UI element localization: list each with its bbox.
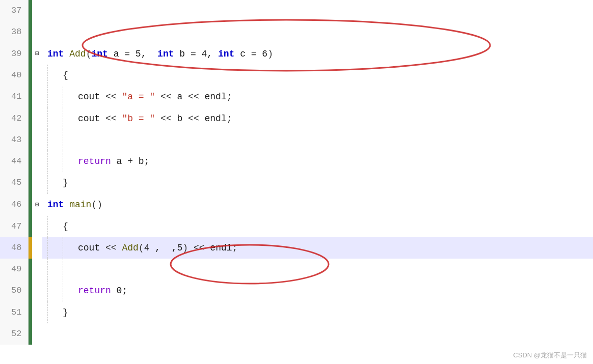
- indent-guide: [63, 151, 78, 172]
- code-token: }: [63, 307, 68, 318]
- code-token: <<: [105, 243, 117, 253]
- indent-guide: [47, 87, 63, 108]
- table-row: 48cout << Add(4 , ,5) << endl;: [0, 237, 593, 259]
- code-line: [42, 323, 593, 345]
- code-token: ,: [141, 49, 157, 59]
- code-line: {: [42, 65, 593, 86]
- collapse-icon[interactable]: ⊟: [35, 50, 39, 58]
- line-number: 41: [0, 86, 28, 107]
- code-token: "b = ": [122, 114, 155, 124]
- line-number: 39: [0, 43, 28, 65]
- code-token: <<: [160, 92, 172, 102]
- gutter-bar: [28, 194, 32, 216]
- code-line: return a + b;: [42, 151, 593, 172]
- collapse-indicator: [32, 259, 42, 280]
- indent-guide: [47, 237, 63, 259]
- code-token: [64, 200, 69, 210]
- code-token: Add: [69, 49, 86, 59]
- table-row: 37: [0, 0, 593, 21]
- code-token: [117, 243, 122, 253]
- code-token: return: [78, 156, 111, 166]
- code-token: 5: [177, 243, 183, 253]
- code-token: b =: [174, 49, 201, 59]
- collapse-indicator[interactable]: ⊟: [32, 43, 42, 65]
- gutter-bar: [28, 280, 32, 301]
- table-row: 38: [0, 21, 593, 43]
- line-number: 46: [0, 194, 28, 216]
- collapse-icon[interactable]: ⊟: [35, 201, 39, 209]
- table-row: 40{: [0, 65, 593, 86]
- collapse-indicator: [32, 108, 42, 129]
- line-number: 51: [0, 302, 28, 323]
- line-number: 40: [0, 65, 28, 86]
- code-line: cout << Add(4 , ,5) << endl;: [42, 237, 593, 259]
- code-line: {: [42, 216, 593, 237]
- code-token: [155, 92, 160, 102]
- indent-guide: [47, 216, 63, 237]
- collapse-indicator: [32, 65, 42, 86]
- code-token: 4: [144, 243, 150, 253]
- code-token: int: [91, 49, 107, 59]
- code-table: 373839⊟int Add(int a = 5, int b = 4, int…: [0, 0, 593, 345]
- code-token: a =: [108, 49, 136, 59]
- gutter-bar: [28, 151, 32, 172]
- code-line: }: [42, 302, 593, 323]
- table-row: 50return 0;: [0, 280, 593, 301]
- code-token: {: [63, 221, 68, 232]
- code-token: 6: [262, 49, 267, 59]
- line-number: 52: [0, 323, 28, 345]
- code-line: }: [42, 172, 593, 193]
- code-token: a: [172, 92, 188, 102]
- code-token: [155, 114, 160, 124]
- table-row: 51}: [0, 302, 593, 323]
- gutter-bar: [28, 302, 32, 323]
- gutter-bar: [28, 259, 32, 280]
- table-row: 43: [0, 129, 593, 151]
- code-line: [42, 129, 593, 151]
- gutter-bar: [28, 21, 32, 43]
- code-line: int main(): [42, 194, 593, 216]
- gutter-bar: [28, 129, 32, 151]
- code-token: main: [69, 200, 91, 210]
- line-number: 45: [0, 172, 28, 193]
- line-number: 44: [0, 151, 28, 172]
- table-row: 39⊟int Add(int a = 5, int b = 4, int c =…: [0, 43, 593, 65]
- code-container: 373839⊟int Add(int a = 5, int b = 4, int…: [0, 0, 593, 364]
- indent-guide: [47, 108, 63, 129]
- code-line: cout << "a = " << a << endl;: [42, 86, 593, 107]
- gutter-bar: [28, 216, 32, 237]
- collapse-indicator: [32, 129, 42, 151]
- indent-guide: [63, 108, 78, 129]
- code-token: [117, 92, 122, 102]
- indent-guide: [47, 151, 63, 172]
- gutter-bar: [28, 65, 32, 86]
- code-line: int Add(int a = 5, int b = 4, int c = 6): [42, 43, 593, 65]
- code-token: ;: [232, 243, 238, 253]
- line-number: 47: [0, 216, 28, 237]
- gutter-bar: [28, 172, 32, 193]
- indent-guide: [47, 302, 63, 323]
- code-token: }: [63, 178, 68, 188]
- indent-guide: [63, 87, 78, 108]
- code-token: endl: [205, 92, 227, 102]
- code-token: [117, 114, 122, 124]
- code-token: (: [86, 49, 92, 59]
- code-token: <<: [188, 114, 199, 124]
- table-row: 41cout << "a = " << a << endl;: [0, 86, 593, 107]
- code-line: [42, 259, 593, 280]
- line-number: 42: [0, 108, 28, 129]
- collapse-indicator[interactable]: ⊟: [32, 194, 42, 216]
- line-number: 49: [0, 259, 28, 280]
- table-row: 46⊟int main(): [0, 194, 593, 216]
- code-token: ): [267, 49, 273, 59]
- code-token: "a = ": [122, 92, 155, 102]
- code-token: 0;: [111, 286, 127, 296]
- code-line: [42, 0, 593, 21]
- indent-guide: [47, 259, 63, 280]
- code-token: [64, 49, 69, 59]
- code-token: cout: [78, 114, 100, 124]
- code-token: 5: [136, 49, 141, 59]
- code-token: [205, 243, 210, 253]
- collapse-indicator: [32, 237, 42, 259]
- code-token: (: [139, 243, 144, 253]
